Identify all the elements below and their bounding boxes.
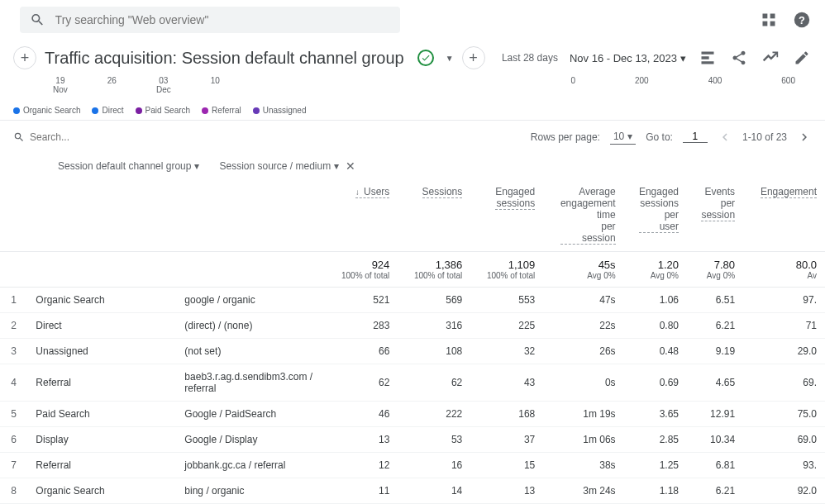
table-row[interactable]: 5Paid SearchGoogle / PaidSearch462221681… <box>0 402 825 427</box>
table-search-input[interactable] <box>30 131 129 143</box>
x-tick: 26 <box>107 76 117 94</box>
date-label: Last 28 days <box>502 52 558 64</box>
dimension-cell: Direct <box>27 313 176 339</box>
source-cell: bing / organic <box>176 478 325 504</box>
next-page-button[interactable] <box>797 130 812 145</box>
chevron-down-icon: ▾ <box>334 160 339 172</box>
metric-cell: 521 <box>325 288 398 313</box>
table-row[interactable]: 6DisplayGoogle / Display1353371m 06s2.85… <box>0 427 825 453</box>
search-input[interactable] <box>55 13 390 26</box>
metric-cell: 22s <box>543 313 623 339</box>
column-header[interactable]: Sessions <box>398 179 470 252</box>
metric-cell: 168 <box>470 402 543 427</box>
table-row[interactable]: 3Unassigned(not set)661083226s0.489.1929… <box>0 339 825 364</box>
metric-cell: 13 <box>325 427 398 453</box>
metric-cell: 9.19 <box>687 339 743 364</box>
metric-cell: 69.0 <box>743 427 825 453</box>
dimension-cell: Organic Search <box>27 478 176 504</box>
metric-cell: 11 <box>325 478 398 504</box>
help-icon[interactable]: ? <box>792 10 812 30</box>
check-icon <box>421 53 431 63</box>
column-header[interactable]: ↓ Users <box>325 179 398 252</box>
column-header[interactable]: Averageengagementtimepersession <box>543 179 623 252</box>
y-tick: 200 <box>635 76 649 94</box>
customize-report-icon[interactable] <box>698 48 718 68</box>
source-cell: Google / PaidSearch <box>176 402 325 427</box>
legend-item[interactable]: Unassigned <box>253 106 307 115</box>
goto-input[interactable] <box>683 131 708 143</box>
metric-cell: 43 <box>470 364 543 402</box>
table-row[interactable]: 8Organic Searchbing / organic1114133m 24… <box>0 478 825 504</box>
metric-cell: 32 <box>470 339 543 364</box>
svg-rect-0 <box>763 14 768 19</box>
share-icon[interactable] <box>729 48 749 68</box>
insights-icon[interactable] <box>761 48 780 68</box>
metric-cell: 53 <box>398 427 470 453</box>
dimension-cell: Display <box>27 427 176 453</box>
goto-label: Go to: <box>646 131 673 143</box>
metric-cell: 283 <box>325 313 398 339</box>
search-icon <box>30 12 45 28</box>
metric-cell: 1m 19s <box>543 402 623 427</box>
table-row[interactable]: 7Referraljobbank.gc.ca / referral1216153… <box>0 453 825 478</box>
legend-item[interactable]: Direct <box>92 106 123 115</box>
metric-cell: 2.85 <box>624 427 687 453</box>
source-cell: baeb3.r.ag.d.sendibm3.com / referral <box>176 364 325 402</box>
add-back-button[interactable]: + <box>13 46 36 69</box>
source-cell: google / organic <box>176 288 325 313</box>
metric-cell: 47s <box>543 288 623 313</box>
rows-per-page-select[interactable]: 10 ▾ <box>610 129 636 145</box>
table-row[interactable]: 2Direct(direct) / (none)28331622522s0.80… <box>0 313 825 339</box>
legend-item[interactable]: Referral <box>202 106 241 115</box>
dimension-cell: Referral <box>27 453 176 478</box>
source-cell: (not set) <box>176 339 325 364</box>
metric-cell: 3m 24s <box>543 478 623 504</box>
chevron-down-icon: ▾ <box>680 52 686 64</box>
secondary-dimension-select[interactable]: Session source / medium ▾ ✕ <box>219 159 355 173</box>
global-search[interactable] <box>20 7 400 33</box>
column-header[interactable]: Engagement <box>743 179 825 252</box>
source-cell: Google / Display <box>176 427 325 453</box>
metric-cell: 93. <box>743 453 825 478</box>
y-tick: 600 <box>781 76 795 94</box>
column-header[interactable]: Engagedsessionsperuser <box>624 179 687 252</box>
metric-cell: 37 <box>470 427 543 453</box>
metric-cell: 71 <box>743 313 825 339</box>
metric-cell: 553 <box>470 288 543 313</box>
metric-cell: 62 <box>325 364 398 402</box>
svg-text:?: ? <box>799 14 805 26</box>
chevron-down-icon: ▾ <box>627 131 632 142</box>
table-row[interactable]: 1Organic Searchgoogle / organic521569553… <box>0 288 825 313</box>
legend-dot-icon <box>253 107 260 114</box>
chart-legend: Organic SearchDirectPaid SearchReferralU… <box>0 101 825 120</box>
column-header[interactable]: Engagedsessions <box>470 179 543 252</box>
metric-cell: 92.0 <box>743 478 825 504</box>
column-header[interactable]: Eventspersession <box>687 179 743 252</box>
apps-icon[interactable] <box>759 10 779 30</box>
y-tick: 400 <box>708 76 722 94</box>
metric-cell: 12.91 <box>687 402 743 427</box>
metric-cell: 0.69 <box>624 364 687 402</box>
title-dropdown[interactable]: ▼ <box>446 54 454 63</box>
table-row[interactable]: 4Referralbaeb3.r.ag.d.sendibm3.com / ref… <box>0 364 825 402</box>
metric-cell: 1.06 <box>624 288 687 313</box>
total-cell: 1,386100% of total <box>398 252 470 288</box>
metric-cell: 6.81 <box>687 453 743 478</box>
source-cell: (direct) / (none) <box>176 313 325 339</box>
metric-cell: 62 <box>398 364 470 402</box>
legend-item[interactable]: Organic Search <box>13 106 80 115</box>
y-tick: 0 <box>570 76 575 94</box>
legend-item[interactable]: Paid Search <box>136 106 190 115</box>
status-badge[interactable] <box>417 50 434 66</box>
date-range-picker[interactable]: Nov 16 - Dec 13, 2023 ▾ <box>570 52 686 64</box>
svg-rect-1 <box>770 14 775 19</box>
add-segment-button[interactable]: + <box>462 46 485 69</box>
metric-cell: 3.65 <box>624 402 687 427</box>
prev-page-button[interactable] <box>718 130 732 145</box>
primary-dimension-select[interactable]: Session default channel group ▾ <box>58 159 199 173</box>
remove-dimension-button[interactable]: ✕ <box>346 159 355 173</box>
metric-cell: 108 <box>398 339 470 364</box>
x-tick: 10 <box>211 76 220 94</box>
edit-icon[interactable] <box>792 48 812 68</box>
page-title: Traffic acquisition: Session default cha… <box>45 49 404 68</box>
